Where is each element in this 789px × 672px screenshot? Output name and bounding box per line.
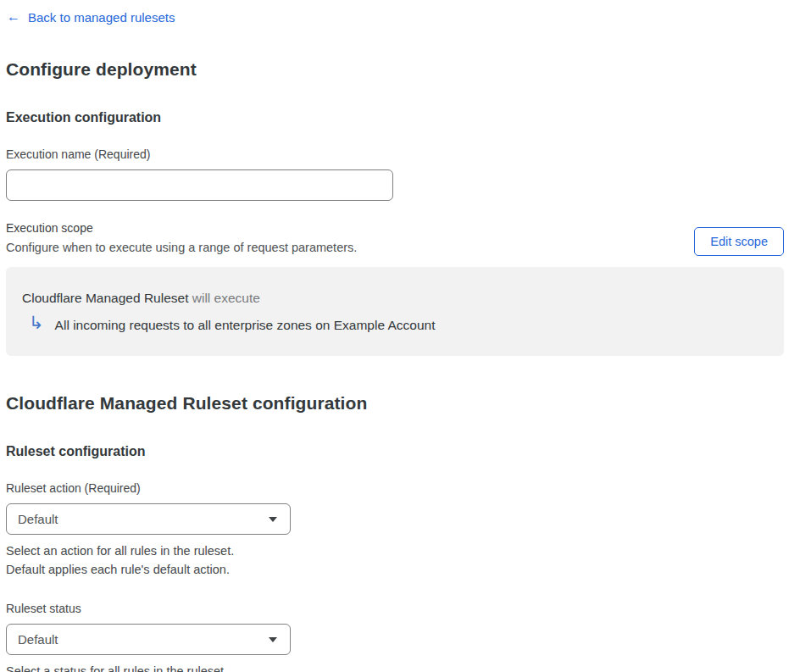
scope-summary-headline: Cloudflare Managed Ruleset will execute — [22, 291, 767, 306]
page-title: Configure deployment — [6, 59, 784, 80]
ruleset-status-label: Ruleset status — [6, 602, 784, 615]
chevron-down-icon — [269, 637, 277, 642]
back-arrow-icon: ← — [7, 10, 20, 24]
execution-scope-text-block: Execution scope Configure when to execut… — [6, 221, 357, 254]
back-link[interactable]: ← Back to managed rulesets — [7, 10, 175, 25]
execution-scope-description: Configure when to execute using a range … — [6, 241, 357, 254]
configure-deployment-page: ← Back to managed rulesets Configure dep… — [0, 0, 789, 672]
branch-arrow-icon: ↳ — [29, 314, 44, 331]
scope-summary-panel: Cloudflare Managed Ruleset will execute … — [6, 267, 784, 356]
ruleset-action-help-line-2: Default applies each rule's default acti… — [6, 560, 784, 579]
chevron-down-icon — [269, 517, 277, 522]
ruleset-action-select[interactable]: Default — [6, 503, 291, 535]
ruleset-status-help-line-1: Select a status for all rules in the rul… — [6, 662, 784, 672]
back-link-label: Back to managed rulesets — [28, 10, 175, 25]
will-execute-text: will execute — [192, 291, 260, 305]
ruleset-status-selected-value: Default — [18, 632, 58, 647]
ruleset-name-text: Cloudflare Managed Ruleset — [22, 291, 188, 305]
execution-scope-label: Execution scope — [6, 221, 357, 235]
ruleset-action-selected-value: Default — [18, 512, 58, 526]
execution-name-label: Execution name (Required) — [6, 147, 784, 161]
ruleset-status-select[interactable]: Default — [6, 624, 291, 655]
scope-summary-text: All incoming requests to all enterprise … — [55, 318, 436, 333]
execution-name-input[interactable] — [6, 169, 393, 201]
ruleset-configuration-title: Cloudflare Managed Ruleset configuration — [6, 393, 784, 414]
ruleset-action-help-line-1: Select an action for all rules in the ru… — [6, 541, 784, 560]
ruleset-action-label: Ruleset action (Required) — [6, 481, 784, 495]
execution-configuration-heading: Execution configuration — [6, 110, 784, 125]
scope-summary-detail: ↳ All incoming requests to all enterpris… — [22, 316, 767, 334]
execution-scope-row: Execution scope Configure when to execut… — [6, 221, 784, 256]
ruleset-configuration-subheading: Ruleset configuration — [6, 444, 784, 459]
edit-scope-button[interactable]: Edit scope — [694, 227, 784, 256]
